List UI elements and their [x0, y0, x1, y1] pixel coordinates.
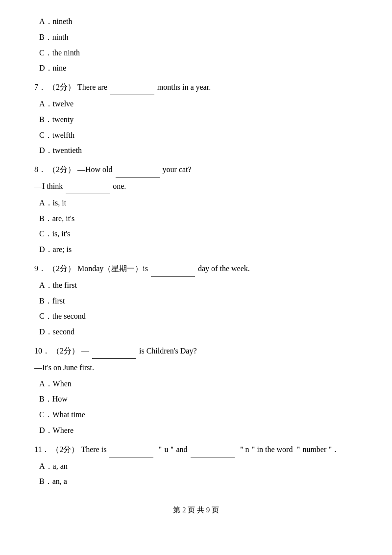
- q11-blank2: [191, 443, 235, 457]
- option-b-ninth: B．ninth: [34, 30, 358, 45]
- option-a-nineth: A．nineth: [34, 15, 358, 29]
- top-options-block: A．nineth B．ninth C．the ninth D．nine: [34, 15, 358, 76]
- q10-option-b: B．How: [34, 392, 358, 406]
- q10-blank1: [92, 344, 136, 359]
- q8-line1: 8． （2分） —How old your cat?: [34, 163, 358, 177]
- q8-line2: —I think one.: [34, 179, 358, 194]
- q7-option-b: B．twenty: [34, 113, 358, 127]
- q9-option-c: C．the second: [34, 309, 358, 324]
- q7-option-c: C．twelfth: [34, 128, 358, 143]
- q9-blank: [151, 262, 195, 277]
- q9-option-b: B．first: [34, 294, 358, 308]
- q7-option-d: D．twentieth: [34, 144, 358, 158]
- q10-option-d: D．Where: [34, 424, 358, 438]
- q10-option-a: A．When: [34, 377, 358, 391]
- q10-line2: —It's on June first.: [34, 361, 358, 375]
- question-7: 7． （2分） There are months in a year. A．tw…: [34, 80, 358, 158]
- q7-option-a: A．twelve: [34, 97, 358, 111]
- question-10: 10． （2分） — is Children's Day? —It's on J…: [34, 344, 358, 438]
- q8-option-a: A．is, it: [34, 196, 358, 210]
- option-d-nine: D．nine: [34, 61, 358, 76]
- q10-option-c: C．What time: [34, 408, 358, 422]
- option-c-the-ninth: C．the ninth: [34, 46, 358, 60]
- q9-option-a: A．the first: [34, 278, 358, 293]
- q11-blank1: [109, 443, 153, 457]
- q8-option-c: C．is, it's: [34, 227, 358, 241]
- q9-text: 9． （2分） Monday（星期一）is day of the week.: [34, 262, 358, 277]
- q7-text: 7． （2分） There are months in a year.: [34, 80, 358, 95]
- q9-option-d: D．second: [34, 325, 358, 339]
- q8-blank2: [66, 179, 110, 194]
- q10-line1: 10． （2分） — is Children's Day?: [34, 344, 358, 359]
- question-8: 8． （2分） —How old your cat? —I think one.…: [34, 163, 358, 257]
- q11-option-a: A．a, an: [34, 459, 358, 474]
- page-footer: 第 2 页 共 9 页: [34, 504, 358, 517]
- question-11: 11． （2分） There is ＂u＂and ＂n＂in the word …: [34, 443, 358, 489]
- q8-option-b: B．are, it's: [34, 212, 358, 226]
- question-9: 9． （2分） Monday（星期一）is day of the week. A…: [34, 262, 358, 339]
- q11-option-b: B．an, a: [34, 475, 358, 489]
- q11-text: 11． （2分） There is ＂u＂and ＂n＂in the word …: [34, 443, 358, 457]
- q8-blank1: [116, 163, 160, 177]
- q7-blank: [110, 80, 154, 95]
- q8-option-d: D．are; is: [34, 243, 358, 257]
